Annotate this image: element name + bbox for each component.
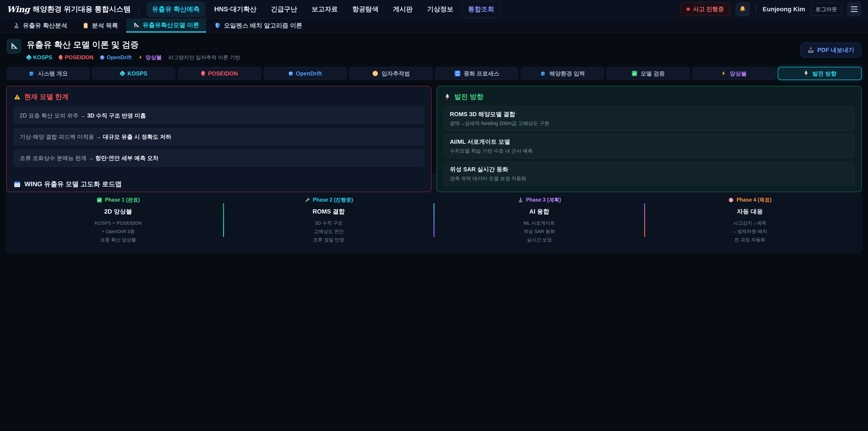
- calendar-icon: [13, 180, 21, 188]
- phase-3-label-row: Phase 3 (계획): [434, 196, 644, 204]
- tab-label: 유출유확산모델 이론: [143, 21, 199, 29]
- section-pill-opendrift[interactable]: OpenDrift: [264, 67, 347, 80]
- user-name: Eunjeong Kim: [763, 6, 805, 13]
- phase-1-title: 2D 앙상블: [13, 208, 223, 216]
- sub-tab-bar: 유출유 확산분석 분석 목록 유출유확산모델 이론: [0, 19, 868, 33]
- tab-label: 분석 목록: [92, 22, 118, 30]
- section-pill-model-validation[interactable]: 모델 검증: [606, 67, 690, 80]
- phase-3-line: ML 서로게이트: [434, 219, 644, 227]
- phase-2-line: 조류 정밀 반영: [224, 236, 434, 244]
- main-nav: 유출유 확산예측 HNS·대기확산 긴급구난 보고자료 항공탐색 게시판 기상정…: [147, 1, 500, 18]
- warning-icon: [13, 93, 21, 100]
- section-pill-future-direction[interactable]: 발전 방향: [778, 67, 862, 80]
- phase-1-line: 표층 확산 앙상블: [13, 236, 223, 244]
- section-pill-particle-tracking[interactable]: 입자추적법: [349, 67, 433, 80]
- phase-4-line: 사고감지→예측: [645, 219, 855, 227]
- rocket-icon: [803, 70, 809, 76]
- roadmap-phases: Phase 1 (완료) 2D 앙상블 KOSPS + POSEIDON + O…: [13, 196, 855, 244]
- tab-oil-fence-algorithm-theory[interactable]: 오일펜스 배치 알고리즘 이론: [208, 19, 309, 33]
- future-title: 발전 방향: [454, 92, 483, 101]
- future-title-row: 발전 방향: [444, 92, 855, 101]
- section-pill-system-overview[interactable]: 시스템 개요: [6, 67, 90, 80]
- future-item: AI/ML 서로게이트 모델 수치모델 학습 기반 수초 내 근사 예측: [444, 134, 855, 158]
- future-item: ROMS 3D 해양모델 결합 광역→상세역 Nesting 200m급 고해상…: [444, 106, 855, 131]
- section-pill-poseidon[interactable]: POSEIDON: [178, 67, 261, 80]
- badge-opendrift: OpenDrift: [100, 54, 132, 61]
- notifications-button[interactable]: [736, 2, 749, 16]
- roadmap-phase-1: Phase 1 (완료) 2D 앙상블 KOSPS + POSEIDON + O…: [13, 196, 223, 244]
- roadmap-phase-3: Phase 3 (계획) AI 융합 ML 서로게이트 위성 SAR 동화 실시…: [434, 196, 644, 244]
- red-circle-icon: [59, 55, 63, 60]
- bell-icon: [739, 5, 747, 13]
- tab-spill-model-theory[interactable]: 유출유확산모델 이론: [126, 19, 206, 33]
- app-title: 해양환경 위기대응 통합시스템: [33, 4, 131, 14]
- nav-item-integrated-search[interactable]: 통합조회: [463, 1, 500, 18]
- phase-1-line: KOSPS + POSEIDON: [13, 219, 223, 227]
- page-title: 유출유 확산 모델 이론 및 검증: [27, 39, 240, 51]
- divider: [756, 5, 756, 13]
- logout-button[interactable]: 로그아웃: [811, 3, 842, 16]
- section-pill-weathering-process[interactable]: 풍화 프로세스: [435, 67, 518, 80]
- section-pill-kosps[interactable]: KOSPS: [92, 67, 176, 80]
- phase-3-line: 위성 SAR 동화: [434, 227, 644, 236]
- lightning-icon: [138, 55, 143, 60]
- lightning-icon: [721, 70, 727, 76]
- incident-label: 사고 진행중: [693, 5, 724, 13]
- wave-icon: [28, 70, 35, 77]
- refresh-icon: [454, 70, 461, 77]
- tab-label: 유출유 확산분석: [23, 22, 67, 30]
- limitation-item: 2D 표층 확산 모의 위주 → 3D 수직 구조 반영 미흡: [13, 107, 424, 124]
- phase-3-line: 실시간 보정: [434, 236, 644, 244]
- limitations-title-row: 현재 모델 한계: [13, 92, 424, 101]
- top-bar-right: 사고 진행중 Eunjeong Kim 로그아웃: [680, 2, 861, 16]
- check-icon: [631, 70, 638, 76]
- nav-item-emergency-rescue[interactable]: 긴급구난: [266, 1, 303, 17]
- tab-spill-analysis[interactable]: 유출유 확산분석: [6, 19, 74, 33]
- divider: [138, 5, 139, 13]
- export-icon: [807, 47, 814, 54]
- limitations-list: 2D 표층 확산 모의 위주 → 3D 수직 구조 반영 미흡 기상·해양 결합…: [13, 107, 424, 167]
- triangle-ruler-icon: [133, 22, 140, 29]
- model-badges: KOSPS POSEIDON OpenDrift 앙상블 라그랑지안 입자추적 …: [27, 54, 240, 61]
- diamond-icon: [26, 55, 32, 61]
- phase-4-label-row: Phase 4 (목표): [645, 196, 855, 204]
- blue-circle-icon: [100, 55, 104, 60]
- blue-circle-icon: [289, 71, 293, 76]
- future-list: ROMS 3D 해양모델 결합 광역→상세역 Nesting 200m급 고해상…: [444, 106, 855, 186]
- limitation-item: 기상·해양 결합 피드백 미적용 → 대규모 유출 시 정확도 저하: [13, 128, 424, 146]
- nav-item-aerial-search[interactable]: 항공탐색: [347, 1, 384, 17]
- top-bar: Wing 해양환경 위기대응 통합시스템 유출유 확산예측 HNS·대기확산 긴…: [0, 0, 868, 19]
- nav-item-board[interactable]: 게시판: [388, 1, 418, 17]
- triangle-ruler-icon: [10, 42, 18, 51]
- roadmap-title: WING 유출유 모델 고도화 로드맵: [24, 180, 122, 189]
- red-circle-icon: [201, 71, 205, 76]
- incident-status-badge[interactable]: 사고 진행중: [680, 2, 730, 16]
- target-icon: [728, 197, 734, 203]
- badge-ensemble: 앙상블: [138, 54, 162, 61]
- section-pill-marine-env-input[interactable]: 해양환경 입력: [521, 67, 604, 80]
- menu-button[interactable]: [847, 2, 861, 16]
- phase-4-title: 자동 대응: [645, 208, 855, 216]
- roadmap-phase-2: Phase 2 (진행중) ROMS 결합 3D 수직 구조 고해상도 연안 조…: [224, 196, 434, 244]
- nav-item-reports[interactable]: 보고자료: [306, 1, 343, 17]
- hamburger-icon: [851, 6, 858, 12]
- content-cards: 현재 모델 한계 2D 표층 확산 모의 위주 → 3D 수직 구조 반영 미흡…: [6, 86, 862, 168]
- compass-icon: [372, 70, 379, 77]
- wave-icon: [540, 70, 547, 77]
- nav-item-oil-spill-prediction[interactable]: 유출유 확산예측: [147, 1, 205, 17]
- microscope-icon: [13, 22, 20, 29]
- rocket-icon: [444, 93, 451, 100]
- badge-poseidon: POSEIDON: [59, 54, 94, 61]
- limitation-item: 조류 조화상수 분해능 한계 → 항만·연안 세부 예측 오차: [13, 149, 424, 167]
- phase-1-label-row: Phase 1 (완료): [13, 196, 223, 204]
- page-subtitle-note: 라그랑지안 입자추적 이론 기반: [168, 54, 240, 61]
- tab-analysis-list[interactable]: 분석 목록: [75, 19, 125, 33]
- shield-icon: [214, 22, 221, 29]
- nav-item-weather-info[interactable]: 기상정보: [422, 1, 459, 17]
- pdf-export-button[interactable]: PDF 내보내기: [800, 42, 861, 58]
- nav-item-hns-diffusion[interactable]: HNS·대기확산: [209, 1, 262, 17]
- section-pill-ensemble[interactable]: 앙상블: [692, 67, 776, 80]
- wrench-icon: [305, 197, 310, 203]
- limitations-title: 현재 모델 한계: [24, 92, 69, 101]
- future-directions-card: 발전 방향 ROMS 3D 해양모델 결합 광역→상세역 Nesting 200…: [436, 86, 862, 192]
